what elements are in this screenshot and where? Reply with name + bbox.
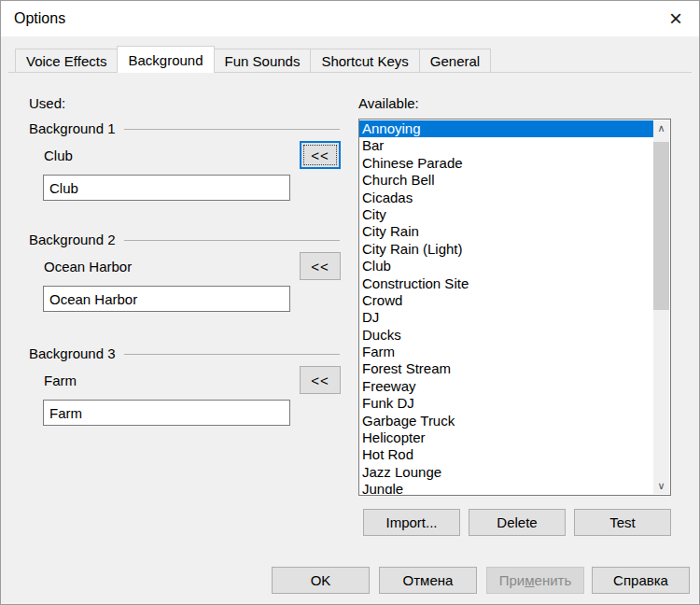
move-to-used-button[interactable]: <<	[300, 252, 341, 280]
separator-line	[124, 240, 340, 241]
list-item[interactable]: Helicopter	[359, 429, 653, 446]
tab-background[interactable]: Background	[117, 46, 214, 73]
list-item[interactable]: Hot Rod	[359, 446, 653, 463]
test-button[interactable]: Test	[574, 509, 671, 536]
list-item[interactable]: Chinese Parade	[359, 155, 653, 172]
list-item[interactable]: Annoying	[359, 120, 653, 137]
move-to-used-button[interactable]: <<	[300, 141, 341, 169]
chevron-up-icon: ∧	[657, 122, 665, 134]
scrollbar-thumb[interactable]	[653, 142, 669, 310]
options-dialog: Options × Voice EffectsBackgroundFun Sou…	[0, 0, 700, 605]
list-item[interactable]: Crowd	[359, 292, 653, 309]
list-item[interactable]: Bar	[359, 137, 653, 154]
window-title: Options	[14, 10, 65, 27]
group-header-label: Background 1	[29, 120, 116, 136]
list-item[interactable]: Ducks	[359, 327, 653, 344]
used-sound-input[interactable]	[43, 175, 290, 201]
list-item[interactable]: Jungle	[359, 481, 653, 494]
delete-button[interactable]: Delete	[469, 509, 566, 536]
used-sound-input[interactable]	[43, 286, 290, 312]
used-sound-input[interactable]	[43, 400, 290, 426]
available-label: Available:	[358, 96, 419, 111]
group-header-background-2: Background 2	[29, 232, 340, 246]
used-label: Used:	[29, 96, 65, 111]
close-button[interactable]: ×	[652, 1, 699, 36]
group-header-label: Background 2	[29, 232, 116, 247]
tab-shortcut-keys[interactable]: Shortcut Keys	[310, 49, 419, 73]
tab-voice-effects[interactable]: Voice Effects	[15, 49, 118, 73]
separator-line	[124, 354, 340, 355]
tab-fun-sounds[interactable]: Fun Sounds	[214, 49, 312, 73]
available-list-container: AnnoyingBarChinese ParadeChurch BellCica…	[358, 119, 671, 496]
group-header-label: Background 3	[29, 345, 116, 361]
cancel-button[interactable]: Отмена	[379, 567, 477, 594]
titlebar: Options ×	[1, 1, 699, 36]
separator-line	[124, 129, 340, 130]
list-item[interactable]: Farm	[359, 344, 653, 360]
list-item[interactable]: Jazz Lounge	[359, 464, 653, 481]
ok-button[interactable]: OK	[272, 567, 370, 594]
move-to-used-button[interactable]: <<	[300, 366, 341, 394]
list-item[interactable]: Funk DJ	[359, 395, 653, 412]
chevron-down-icon: ∨	[657, 480, 665, 492]
list-item[interactable]: City Rain	[359, 223, 653, 240]
used-sound-label: Farm	[44, 373, 77, 388]
list-item[interactable]: DJ	[359, 309, 653, 326]
used-sound-label: Ocean Harbor	[44, 260, 132, 274]
group-header-background-1: Background 1	[29, 120, 340, 135]
apply-button[interactable]: Применить	[486, 567, 584, 594]
available-list: AnnoyingBarChinese ParadeChurch BellCica…	[359, 120, 653, 494]
list-item[interactable]: City Rain (Light)	[359, 241, 653, 258]
list-item[interactable]: Forest Stream	[359, 360, 653, 377]
import-button[interactable]: Import...	[363, 509, 460, 536]
scroll-down-button[interactable]: ∨	[653, 478, 669, 494]
list-item[interactable]: Church Bell	[359, 172, 653, 189]
help-button[interactable]: Справка	[592, 567, 690, 594]
list-item[interactable]: Cicadas	[359, 190, 653, 206]
close-icon: ×	[669, 7, 682, 30]
list-item[interactable]: Freeway	[359, 378, 653, 395]
tab-general[interactable]: General	[419, 49, 491, 73]
list-item[interactable]: Club	[359, 258, 653, 274]
list-item[interactable]: Garbage Truck	[359, 413, 653, 429]
used-sound-label: Club	[44, 148, 73, 163]
group-header-background-3: Background 3	[29, 345, 340, 360]
scroll-up-button[interactable]: ∧	[653, 120, 669, 136]
list-item[interactable]: City	[359, 206, 653, 223]
scrollbar[interactable]: ∧ ∨	[653, 120, 669, 494]
tab-strip: Voice EffectsBackgroundFun SoundsShortcu…	[15, 46, 491, 73]
list-item[interactable]: Construction Site	[359, 275, 653, 292]
